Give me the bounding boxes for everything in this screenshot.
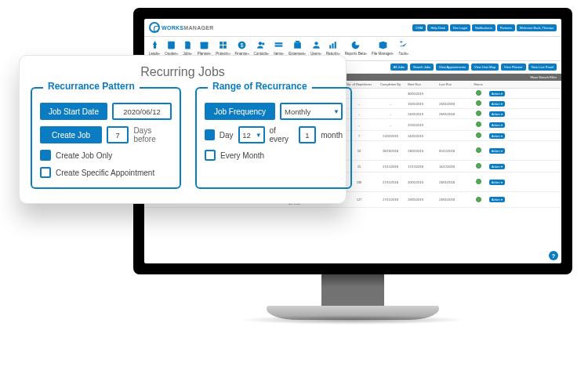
- svg-rect-18: [332, 43, 334, 49]
- svg-text:$: $: [241, 42, 244, 48]
- header-pill[interactable]: CRM: [412, 24, 426, 31]
- days-before-label: Days before: [133, 126, 172, 143]
- action-button[interactable]: Action ▾: [489, 91, 505, 96]
- app-logo: WORKSMANAGER: [149, 22, 214, 33]
- action-button[interactable]: Action ▾: [489, 122, 505, 128]
- action-button[interactable]: Action ▾: [489, 164, 505, 169]
- svg-rect-12: [275, 42, 283, 44]
- svg-rect-13: [275, 45, 283, 47]
- svg-rect-0: [154, 45, 156, 49]
- day-option-checkbox[interactable]: [205, 129, 215, 140]
- left-legend: Recurrance Pattern: [43, 81, 140, 92]
- month-count-input[interactable]: 1: [299, 126, 317, 143]
- status-ok-icon: [476, 197, 481, 202]
- status-ok-icon: [476, 122, 481, 127]
- toolbar-file-manager[interactable]: File Manager▾: [372, 40, 394, 56]
- svg-rect-7: [223, 45, 227, 49]
- create-job-days-input[interactable]: 7: [107, 126, 129, 143]
- job-frequency-select[interactable]: Monthly ▼: [280, 103, 343, 120]
- toolbar-contacts[interactable]: Contacts▾: [254, 40, 270, 56]
- svg-point-11: [262, 42, 264, 45]
- toolbar-expenses[interactable]: Expenses▾: [289, 40, 306, 56]
- svg-rect-14: [294, 42, 301, 49]
- monitor-shadow: [239, 315, 466, 325]
- action-button[interactable]: Action ▾: [489, 133, 505, 139]
- card-title: Recurring Jobs: [31, 65, 335, 79]
- logo-text-1: WORKS: [162, 25, 183, 31]
- job-start-date-input[interactable]: 2020/06/12: [112, 103, 172, 120]
- status-ok-icon: [476, 132, 481, 138]
- every-month-label: Every Month: [220, 151, 264, 160]
- help-fab[interactable]: ?: [549, 251, 558, 260]
- toolbar-projects[interactable]: Projects▾: [216, 40, 230, 56]
- range-of-recurrence-fieldset: Range of Recurrance Job Frequency Monthl…: [195, 87, 352, 189]
- toolbar-jobs[interactable]: Jobs▾: [183, 40, 193, 56]
- chevron-down-icon: ▼: [256, 132, 262, 139]
- status-ok-icon: [476, 100, 481, 106]
- col-status: Status: [469, 81, 488, 88]
- recurrence-pattern-fieldset: Recurrance Pattern Job Start Date 2020/0…: [31, 87, 181, 189]
- status-ok-icon: [476, 90, 481, 96]
- right-legend: Range of Recurrance: [208, 81, 312, 92]
- action-button[interactable]: Action ▾: [489, 101, 505, 107]
- svg-rect-19: [335, 42, 336, 49]
- action-button[interactable]: Action ▾: [489, 111, 505, 117]
- toolbar-finance[interactable]: $Finance▾: [235, 40, 249, 56]
- svg-rect-17: [329, 45, 331, 49]
- toolbar-reports-beta[interactable]: Reports Beta▾: [345, 40, 367, 56]
- svg-point-16: [314, 42, 318, 45]
- header-pill[interactable]: Dev Login: [450, 24, 470, 31]
- col-last-run: Last Run: [437, 81, 469, 88]
- subbar-button[interactable]: View Live Panel: [528, 64, 557, 71]
- col-next-run: Next Run: [406, 81, 437, 88]
- job-start-date-label: Job Start Date: [40, 103, 107, 120]
- logo-e-icon: [149, 22, 160, 33]
- svg-rect-1: [168, 42, 175, 49]
- col-completion: Completion By: [375, 81, 406, 88]
- header-pill[interactable]: Help Desk: [427, 24, 448, 31]
- toolbar-users[interactable]: Users▾: [310, 40, 321, 56]
- day-label: Day: [220, 131, 234, 140]
- logo-text-2: MANAGER: [183, 25, 213, 31]
- create-job-only-checkbox[interactable]: [40, 150, 51, 161]
- chevron-down-icon: ▼: [333, 108, 339, 115]
- svg-rect-4: [220, 42, 223, 45]
- svg-rect-6: [220, 45, 223, 49]
- every-month-checkbox[interactable]: [205, 150, 216, 161]
- action-button[interactable]: Action ▾: [489, 180, 505, 185]
- status-ok-icon: [476, 111, 481, 116]
- day-select[interactable]: 12 ▼: [238, 126, 265, 143]
- header-pill-row: CRMHelp DeskDev LoginNotificationsPartne…: [412, 24, 557, 31]
- status-ok-icon: [476, 179, 481, 184]
- toolbar-leads[interactable]: Leads▾: [149, 40, 160, 56]
- subbar-button[interactable]: View User Map: [471, 64, 499, 71]
- svg-rect-5: [223, 42, 227, 45]
- filter-label: Show Search Filter: [530, 75, 557, 79]
- action-button[interactable]: Action ▾: [489, 148, 505, 154]
- subbar-button[interactable]: View Appointments: [436, 64, 469, 71]
- toolbar-reports[interactable]: Reports▾: [326, 40, 340, 56]
- create-specific-appointment-checkbox[interactable]: [40, 167, 51, 178]
- job-frequency-label: Job Frequency: [205, 103, 275, 120]
- create-job-label: Create Job: [40, 126, 102, 143]
- subbar-button[interactable]: Search Jobs: [410, 64, 434, 71]
- app-header: WORKSMANAGER CRMHelp DeskDev LoginNotifi…: [144, 19, 561, 37]
- toolbar-quotes[interactable]: Quotes▾: [165, 40, 178, 56]
- of-every-label: of every: [270, 126, 294, 143]
- header-pill[interactable]: Welcome Back, Thomas: [517, 24, 557, 31]
- svg-rect-15: [296, 41, 299, 42]
- action-button[interactable]: Action ▾: [489, 197, 505, 202]
- status-ok-icon: [476, 147, 481, 153]
- recurring-jobs-card: Recurring Jobs Recurrance Pattern Job St…: [19, 55, 347, 204]
- toolbar-tools[interactable]: Tools▾: [398, 40, 408, 56]
- create-specific-appointment-label: Create Specific Appointment: [56, 169, 154, 177]
- toolbar-items[interactable]: Items▾: [274, 40, 284, 56]
- month-label: month: [321, 131, 343, 140]
- monitor-stand-neck: [321, 274, 384, 306]
- header-pill[interactable]: Partners: [497, 24, 515, 31]
- subbar-button[interactable]: View Planner: [501, 64, 526, 71]
- header-pill[interactable]: Notifications: [472, 24, 495, 31]
- svg-rect-3: [201, 42, 209, 44]
- subbar-button[interactable]: All Jobs: [390, 64, 408, 71]
- toolbar-planner[interactable]: Planner▾: [198, 40, 212, 56]
